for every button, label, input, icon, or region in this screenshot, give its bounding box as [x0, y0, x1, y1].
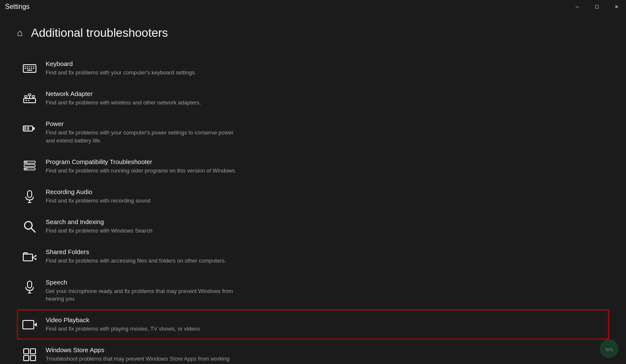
troubleshooter-network-adapter[interactable]: Network Adapter Find and fix problems wi…: [17, 83, 609, 113]
video-playback-title: Video Playback: [46, 316, 200, 323]
shared-folders-text: Shared Folders Find and fix problems wit…: [46, 248, 226, 265]
content-area: ⌂ Additional troubleshooters: [0, 14, 626, 364]
svg-point-20: [28, 100, 30, 101]
svg-rect-10: [33, 68, 34, 69]
network-adapter-desc: Find and fix problems with wireless and …: [46, 99, 201, 107]
shared-folders-desc: Find and fix problems with accessing fil…: [46, 257, 226, 265]
program-compatibility-title: Program Compatibility Troubleshooter: [46, 158, 236, 165]
svg-rect-8: [29, 68, 30, 69]
troubleshooter-power[interactable]: Power Find and fix problems with your co…: [17, 113, 609, 151]
close-button[interactable]: ✕: [607, 0, 626, 14]
keyboard-icon: [22, 61, 37, 76]
network-adapter-text: Network Adapter Find and fix problems wi…: [46, 90, 201, 107]
svg-rect-18: [32, 96, 35, 97]
keyboard-title: Keyboard: [46, 60, 196, 67]
program-icon: [22, 159, 37, 174]
settings-window: Settings ─ ☐ ✕ ⌂ Additional troubleshoot…: [0, 0, 626, 364]
power-title: Power: [46, 120, 240, 127]
microphone-icon: [22, 189, 37, 204]
search-indexing-desc: Find and fix problems with Windows Searc…: [46, 227, 152, 235]
speech-desc: Get your microphone ready and fix proble…: [46, 287, 240, 303]
recording-audio-desc: Find and fix problems with recording sou…: [46, 197, 151, 205]
home-icon: ⌂: [17, 27, 22, 38]
svg-rect-2: [27, 66, 28, 67]
svg-rect-7: [27, 68, 28, 69]
page-title: Additional troubleshooters: [31, 26, 168, 40]
maximize-button[interactable]: ☐: [587, 0, 607, 14]
svg-rect-17: [28, 94, 31, 96]
svg-rect-44: [23, 320, 34, 329]
svg-rect-4: [31, 66, 32, 67]
svg-rect-27: [24, 164, 35, 167]
video-playback-icon: [22, 317, 37, 332]
watermark: ws: [599, 339, 619, 359]
svg-rect-30: [27, 191, 32, 197]
titlebar-controls: ─ ☐ ✕: [568, 0, 626, 14]
troubleshooter-speech[interactable]: Speech Get your microphone ready and fix…: [17, 272, 609, 309]
svg-text:ws: ws: [605, 345, 613, 353]
windows-store-text: Windows Store Apps Troubleshoot problems…: [46, 346, 240, 364]
power-text: Power Find and fix problems with your co…: [46, 120, 240, 144]
troubleshooter-windows-store[interactable]: Windows Store Apps Troubleshoot problems…: [17, 339, 609, 364]
keyboard-desc: Find and fix problems with your computer…: [46, 69, 196, 77]
power-desc: Find and fix problems with your computer…: [46, 129, 240, 144]
search-icon: [22, 219, 37, 234]
svg-point-40: [32, 257, 33, 258]
troubleshooters-list: Keyboard Find and fix problems with your…: [17, 53, 609, 364]
svg-rect-49: [30, 356, 36, 361]
svg-point-19: [26, 100, 27, 101]
titlebar-title: Settings: [5, 3, 30, 11]
svg-rect-22: [33, 127, 35, 130]
network-icon: [22, 91, 37, 106]
video-playback-text: Video Playback Find and fix problems wit…: [46, 316, 200, 333]
svg-rect-11: [27, 70, 32, 71]
video-playback-desc: Find and fix problems with playing movie…: [46, 325, 200, 333]
troubleshooter-search-indexing[interactable]: Search and Indexing Find and fix problem…: [17, 211, 609, 241]
program-compatibility-desc: Find and fix problems with running older…: [46, 167, 236, 175]
svg-rect-47: [30, 349, 36, 354]
shared-folders-title: Shared Folders: [46, 248, 226, 255]
svg-rect-46: [24, 349, 29, 354]
speech-text: Speech Get your microphone ready and fix…: [46, 279, 240, 303]
troubleshooter-shared-folders[interactable]: Shared Folders Find and fix problems wit…: [17, 241, 609, 271]
svg-rect-5: [33, 66, 34, 67]
minimize-button[interactable]: ─: [568, 0, 587, 14]
troubleshooter-recording-audio[interactable]: Recording Audio Find and fix problems wi…: [17, 181, 609, 211]
svg-rect-35: [23, 254, 33, 261]
svg-rect-48: [24, 356, 29, 361]
page-header: ⌂ Additional troubleshooters: [17, 26, 609, 40]
speech-icon: [22, 279, 37, 295]
recording-audio-title: Recording Audio: [46, 188, 151, 195]
speech-title: Speech: [46, 279, 240, 286]
network-adapter-title: Network Adapter: [46, 90, 201, 97]
titlebar-left: Settings: [5, 3, 30, 11]
svg-rect-1: [25, 66, 26, 67]
keyboard-text: Keyboard Find and fix problems with your…: [46, 60, 196, 77]
svg-rect-23: [24, 127, 26, 130]
recording-audio-text: Recording Audio Find and fix problems wi…: [46, 188, 151, 205]
shared-folders-icon: [22, 249, 37, 264]
search-indexing-text: Search and Indexing Find and fix problem…: [46, 218, 152, 235]
troubleshooter-keyboard[interactable]: Keyboard Find and fix problems with your…: [17, 53, 609, 83]
svg-rect-29: [24, 168, 27, 170]
svg-marker-45: [34, 323, 37, 327]
program-compatibility-text: Program Compatibility Troubleshooter Fin…: [46, 158, 236, 175]
svg-rect-26: [24, 161, 27, 163]
store-icon: [22, 347, 37, 362]
troubleshooter-video-playback[interactable]: Video Playback Find and fix problems wit…: [17, 309, 609, 339]
svg-rect-6: [25, 68, 26, 69]
svg-rect-3: [29, 66, 30, 67]
svg-line-34: [31, 228, 35, 232]
titlebar: Settings ─ ☐ ✕: [0, 0, 626, 14]
svg-rect-12: [24, 99, 36, 103]
svg-rect-24: [27, 127, 29, 130]
windows-store-title: Windows Store Apps: [46, 346, 240, 353]
search-indexing-title: Search and Indexing: [46, 218, 152, 225]
svg-rect-41: [27, 281, 32, 288]
power-icon: [22, 121, 37, 136]
svg-rect-9: [31, 68, 32, 69]
svg-rect-16: [25, 96, 27, 97]
windows-store-desc: Troubleshoot problems that may prevent W…: [46, 355, 240, 364]
troubleshooter-program-compatibility[interactable]: Program Compatibility Troubleshooter Fin…: [17, 151, 609, 181]
